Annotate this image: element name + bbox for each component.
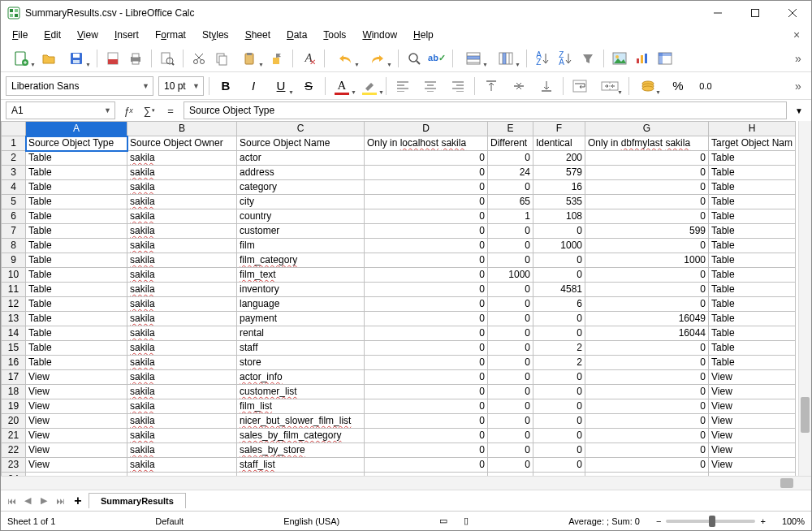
cell[interactable]: View	[26, 458, 127, 473]
cell[interactable]: 1000	[488, 268, 533, 283]
tab-prev-icon[interactable]: ◀	[20, 493, 35, 509]
insert-image-button[interactable]	[609, 48, 630, 69]
row-header[interactable]: 5	[2, 195, 26, 209]
cell[interactable]: address	[237, 166, 365, 180]
cell[interactable]: 0	[488, 414, 533, 429]
status-sig-icon[interactable]: ▯	[464, 516, 469, 526]
cell[interactable]: sakila	[127, 385, 237, 399]
cell[interactable]: 0	[365, 356, 488, 370]
cell[interactable]: 0	[488, 297, 533, 312]
align-bottom-button[interactable]	[535, 76, 558, 97]
font-color-button[interactable]: A▼	[330, 76, 353, 97]
cell[interactable]: 0	[533, 443, 585, 458]
cell[interactable]: film_list	[237, 399, 365, 414]
cell[interactable]: 0	[585, 458, 709, 473]
cell[interactable]: 0	[533, 253, 585, 268]
cell[interactable]: 0	[488, 370, 533, 385]
cell[interactable]: 0	[365, 443, 488, 458]
cut-button[interactable]	[188, 48, 209, 69]
cell[interactable]: sakila	[127, 297, 237, 312]
cell[interactable]: 0	[488, 253, 533, 268]
cell[interactable]: rental	[237, 326, 365, 341]
cell[interactable]: 0	[365, 429, 488, 443]
cell[interactable]: staff_list	[237, 458, 365, 473]
align-right-button[interactable]	[447, 76, 469, 97]
cell[interactable]: actor	[237, 151, 365, 166]
cell[interactable]: View	[26, 443, 127, 458]
row-header[interactable]: 2	[2, 151, 26, 166]
cell[interactable]	[585, 473, 709, 477]
menu-file[interactable]: File	[6, 28, 34, 42]
cell[interactable]: store	[237, 356, 365, 370]
cell[interactable]: sakila	[127, 429, 237, 443]
cell[interactable]: sakila	[127, 253, 237, 268]
italic-button[interactable]: I	[242, 76, 265, 97]
cell[interactable]: Table	[26, 253, 127, 268]
cell[interactable]: 0	[365, 195, 488, 209]
tab-first-icon[interactable]: ⏮	[4, 493, 19, 509]
cell[interactable]: 0	[585, 341, 709, 356]
cell[interactable]: View	[709, 385, 796, 399]
status-language[interactable]: English (USA)	[283, 516, 339, 526]
cell[interactable]: payment	[237, 312, 365, 326]
align-middle-button[interactable]	[508, 76, 530, 97]
col-header-H[interactable]: H	[709, 122, 796, 136]
formula-input[interactable]: Source Object Type	[184, 101, 787, 119]
row-header[interactable]: 17	[2, 370, 26, 385]
cell[interactable]: 0	[365, 224, 488, 239]
cell[interactable]: inventory	[237, 283, 365, 297]
cell[interactable]: 16044	[585, 326, 709, 341]
cell[interactable]: 0	[585, 195, 709, 209]
cell[interactable]: 0	[488, 356, 533, 370]
cell[interactable]: 1	[488, 209, 533, 224]
cell[interactable]: 0	[533, 268, 585, 283]
cell[interactable]: Source Object Owner	[127, 136, 237, 151]
cell[interactable]: 0	[365, 370, 488, 385]
menu-window[interactable]: Window	[356, 28, 404, 42]
cell[interactable]: 1000	[585, 253, 709, 268]
cell[interactable]: Identical	[533, 136, 585, 151]
undo-button[interactable]: ▼	[330, 48, 361, 69]
cell[interactable]: Table	[26, 224, 127, 239]
cell[interactable]: 0	[365, 326, 488, 341]
row-header[interactable]: 8	[2, 239, 26, 253]
cell[interactable]: 200	[533, 151, 585, 166]
toolbar-overflow-icon[interactable]: »	[790, 52, 806, 65]
underline-button[interactable]: U▼	[270, 76, 292, 97]
sum-button[interactable]: ∑▾	[141, 101, 158, 119]
copy-button[interactable]	[211, 48, 232, 69]
cell[interactable]: sakila	[127, 356, 237, 370]
cell[interactable]: 0	[533, 429, 585, 443]
cell[interactable]: 0	[488, 458, 533, 473]
menu-styles[interactable]: Styles	[196, 28, 235, 42]
cell[interactable]: 0	[585, 297, 709, 312]
cell[interactable]: sakila	[127, 239, 237, 253]
cell[interactable]: 0	[365, 399, 488, 414]
cell[interactable]: 0	[585, 370, 709, 385]
row-header[interactable]: 7	[2, 224, 26, 239]
row-button[interactable]: ▼	[458, 48, 489, 69]
formula-button[interactable]: =	[162, 101, 179, 119]
align-top-button[interactable]	[480, 76, 503, 97]
row-header[interactable]: 22	[2, 443, 26, 458]
sort-asc-button[interactable]: AZ	[532, 48, 553, 69]
row-header[interactable]: 13	[2, 312, 26, 326]
menu-data[interactable]: Data	[280, 28, 313, 42]
status-aggregate[interactable]: Average: ; Sum: 0	[568, 516, 640, 526]
cell[interactable]: nicer_but_slower_film_list	[237, 414, 365, 429]
insert-chart-button[interactable]	[632, 48, 653, 69]
zoom-value[interactable]: 100%	[782, 516, 805, 526]
save-button[interactable]: ▼	[61, 48, 92, 69]
cell[interactable]: 0	[585, 268, 709, 283]
cell[interactable]: 0	[365, 458, 488, 473]
cell[interactable]: Table	[709, 268, 796, 283]
cell[interactable]: View	[26, 370, 127, 385]
cell[interactable]: 16049	[585, 312, 709, 326]
cell[interactable]: actor_info	[237, 370, 365, 385]
row-header[interactable]: 16	[2, 356, 26, 370]
cell[interactable]: Table	[709, 312, 796, 326]
cell[interactable]: Source Object Name	[237, 136, 365, 151]
cell[interactable]: film	[237, 239, 365, 253]
cell[interactable]: 0	[585, 443, 709, 458]
cell[interactable]: 2	[533, 341, 585, 356]
